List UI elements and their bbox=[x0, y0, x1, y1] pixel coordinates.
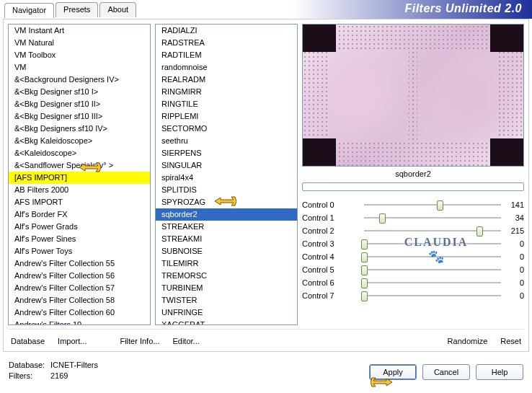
category-item[interactable]: VM Instant Art bbox=[9, 25, 150, 37]
tab-about[interactable]: About bbox=[99, 2, 136, 17]
apply-button[interactable]: Apply bbox=[369, 364, 417, 380]
filter-item[interactable]: SIERPENS bbox=[156, 147, 297, 159]
filter-item[interactable]: TWISTER bbox=[156, 294, 297, 306]
category-item[interactable]: &<Bkg Designer sf10 II> bbox=[9, 98, 150, 110]
category-item[interactable]: Alf's Power Sines bbox=[9, 233, 150, 245]
control-label: Control 5 bbox=[302, 265, 364, 274]
database-button[interactable]: Database bbox=[8, 335, 48, 347]
control-row: Control 134 bbox=[302, 211, 524, 224]
filter-info-button[interactable]: Filter Info... bbox=[117, 335, 162, 347]
category-item[interactable]: Andrew's Filter Collection 60 bbox=[9, 306, 150, 319]
filter-item[interactable]: seethru bbox=[156, 135, 297, 147]
control-slider[interactable] bbox=[364, 251, 501, 262]
filter-item[interactable]: STREAKER bbox=[156, 221, 297, 233]
preview-image bbox=[302, 24, 524, 167]
filter-item[interactable]: SPYROZAG bbox=[156, 196, 297, 208]
app-title: Filters Unlimited 2.0 bbox=[404, 2, 522, 15]
filter-item[interactable]: REALRADM bbox=[156, 74, 297, 86]
filter-item[interactable]: SINGULAR bbox=[156, 159, 297, 172]
import-button[interactable]: Import... bbox=[55, 335, 89, 347]
filter-item[interactable]: RADIALZI bbox=[156, 25, 297, 37]
category-item[interactable]: Andrew's Filters 10 bbox=[9, 319, 150, 325]
control-value: 0 bbox=[501, 239, 524, 248]
category-item[interactable]: [AFS IMPORT] bbox=[9, 172, 150, 184]
right-column: sqborder2 Control 0141Control 134Control… bbox=[302, 24, 524, 347]
control-value: 141 bbox=[501, 200, 524, 209]
control-label: Control 6 bbox=[302, 278, 364, 287]
category-item[interactable]: AFS IMPORT bbox=[9, 196, 150, 208]
control-value: 0 bbox=[501, 265, 524, 274]
category-list[interactable]: VM Instant ArtVM NaturalVM ToolboxVM&<Ba… bbox=[8, 24, 151, 325]
category-item[interactable]: &<Bkg Designers sf10 IV> bbox=[9, 123, 150, 135]
category-item[interactable]: VM Natural bbox=[9, 37, 150, 49]
control-slider[interactable] bbox=[364, 199, 501, 211]
control-label: Control 0 bbox=[302, 200, 364, 209]
filter-item[interactable]: STREAKMI bbox=[156, 233, 297, 245]
category-item[interactable]: Alf's Power Grads bbox=[9, 221, 150, 233]
filter-item[interactable]: XAGGERAT bbox=[156, 319, 297, 325]
category-item[interactable]: &<Kaleidoscope> bbox=[9, 147, 150, 159]
control-value: 215 bbox=[501, 226, 524, 235]
filter-item[interactable]: SECTORMO bbox=[156, 123, 297, 135]
filter-item[interactable]: spiral4x4 bbox=[156, 172, 297, 184]
tab-presets[interactable]: Presets bbox=[56, 2, 98, 17]
main-panel: VM Instant ArtVM NaturalVM ToolboxVM&<Ba… bbox=[3, 19, 529, 352]
control-row: Control 30 bbox=[302, 237, 524, 250]
control-slider[interactable] bbox=[364, 225, 501, 237]
category-item[interactable]: AB Filters 2000 bbox=[9, 184, 150, 196]
category-item[interactable]: Andrew's Filter Collection 56 bbox=[9, 270, 150, 282]
header-bar: Navigator Presets About Filters Unlimite… bbox=[0, 0, 532, 19]
filter-item[interactable]: RADTILEM bbox=[156, 49, 297, 61]
filter-item[interactable]: RADSTREA bbox=[156, 37, 297, 49]
filter-item[interactable]: TURBINEM bbox=[156, 282, 297, 294]
control-row: Control 50 bbox=[302, 263, 524, 276]
filter-item[interactable]: RINGMIRR bbox=[156, 86, 297, 98]
preview-name: sqborder2 bbox=[302, 169, 524, 178]
filter-item[interactable]: UNFRINGE bbox=[156, 306, 297, 319]
randomize-button[interactable]: Randomize bbox=[445, 335, 491, 347]
bottom-actions: Database Import... Filter Info... Editor… bbox=[8, 329, 524, 347]
filter-item[interactable]: SPLITDIS bbox=[156, 184, 297, 196]
filter-item[interactable]: RIPPLEMI bbox=[156, 110, 297, 123]
filter-item[interactable]: sqborder2 bbox=[156, 208, 297, 221]
reset-button[interactable]: Reset bbox=[497, 335, 524, 347]
control-slider[interactable] bbox=[364, 290, 501, 301]
footer: Database:ICNET-Filters Filters:2169 Appl… bbox=[0, 354, 532, 393]
control-slider[interactable] bbox=[364, 264, 501, 275]
control-label: Control 1 bbox=[302, 213, 364, 222]
category-item[interactable]: VM Toolbox bbox=[9, 49, 150, 61]
filter-item[interactable]: RINGTILE bbox=[156, 98, 297, 110]
filter-list[interactable]: RADIALZIRADSTREARADTILEMrandomnoiseREALR… bbox=[155, 24, 298, 325]
control-label: Control 4 bbox=[302, 252, 364, 261]
category-item[interactable]: &<Sandflower Specials°v° > bbox=[9, 159, 150, 172]
filter-item[interactable]: randomnoise bbox=[156, 61, 297, 74]
control-slider[interactable] bbox=[364, 212, 501, 224]
category-item[interactable]: &<Bkg Designer sf10 III> bbox=[9, 110, 150, 123]
control-row: Control 0141 bbox=[302, 198, 524, 211]
control-row: Control 2215 bbox=[302, 224, 524, 237]
control-slider[interactable] bbox=[364, 238, 501, 250]
category-item[interactable]: Andrew's Filter Collection 55 bbox=[9, 257, 150, 270]
category-item[interactable]: Andrew's Filter Collection 58 bbox=[9, 294, 150, 306]
cancel-button[interactable]: Cancel bbox=[422, 364, 470, 380]
control-value: 0 bbox=[501, 278, 524, 287]
category-item[interactable]: Alf's Power Toys bbox=[9, 245, 150, 257]
category-item[interactable]: &<Background Designers IV> bbox=[9, 74, 150, 86]
category-item[interactable]: Alf's Border FX bbox=[9, 208, 150, 221]
help-button[interactable]: Help bbox=[476, 364, 523, 380]
control-label: Control 3 bbox=[302, 239, 364, 248]
tab-strip: Navigator Presets About bbox=[4, 2, 136, 17]
tab-navigator[interactable]: Navigator bbox=[4, 3, 54, 18]
control-row: Control 70 bbox=[302, 289, 524, 302]
filter-item[interactable]: SUBNOISE bbox=[156, 245, 297, 257]
category-item[interactable]: VM bbox=[9, 61, 150, 74]
filter-item[interactable]: TILEMIRR bbox=[156, 257, 297, 270]
control-label: Control 7 bbox=[302, 291, 364, 300]
category-item[interactable]: Andrew's Filter Collection 57 bbox=[9, 282, 150, 294]
control-slider[interactable] bbox=[364, 277, 501, 288]
category-item[interactable]: &<Bkg Designer sf10 I> bbox=[9, 86, 150, 98]
control-value: 0 bbox=[501, 252, 524, 261]
category-item[interactable]: &<Bkg Kaleidoscope> bbox=[9, 135, 150, 147]
filter-item[interactable]: TREMORSC bbox=[156, 270, 297, 282]
editor-button[interactable]: Editor... bbox=[169, 335, 202, 347]
